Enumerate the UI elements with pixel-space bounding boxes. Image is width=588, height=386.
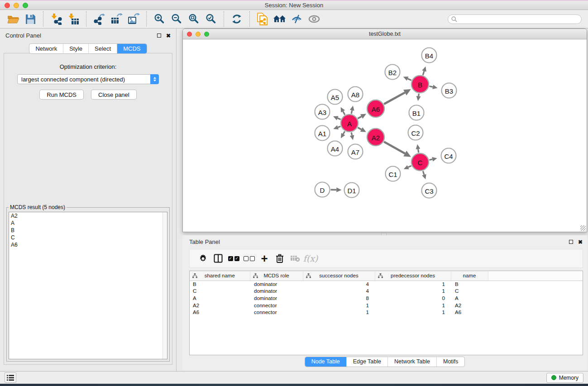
table-cell[interactable]: 1 [375,302,451,309]
open-session-button[interactable] [5,11,22,27]
graph-edge-A-A1[interactable] [338,126,340,127]
graph-edge-B-B2[interactable] [407,79,411,81]
graph-node-d1[interactable]: D1 [344,183,359,198]
gear-button[interactable] [195,251,210,266]
tab-motifs[interactable]: Motifs [437,357,464,367]
graph-edge-B-B4[interactable] [423,71,424,75]
graph-edge-A6-B[interactable] [384,92,405,104]
graph-edge-C-C1[interactable] [408,166,411,167]
table-cell[interactable]: 1 [375,281,451,288]
graph-node-a7[interactable]: A7 [348,144,363,159]
zoom-selected-button[interactable] [202,11,220,27]
table-cell[interactable]: 8 [303,295,375,302]
zoom-window-button[interactable] [23,3,28,8]
column-layout-button[interactable] [210,251,226,266]
run-mcds-button[interactable]: Run MCDS [39,90,84,100]
table-cell[interactable]: A2 [190,302,250,309]
result-item-a6[interactable]: A6 [9,241,167,248]
export-network-button[interactable] [91,11,108,27]
tab-mcds[interactable]: MCDS [117,44,146,53]
zoom-network-window-button[interactable] [204,32,209,37]
network-window[interactable]: testGlobe.txt B4B2BB3A8A5A6A3B1AC2A1A2A4… [182,29,587,232]
graph-edge-A-A6[interactable] [358,116,361,119]
graph-node-c3[interactable]: C3 [422,183,437,198]
network-window-titlebar[interactable]: testGlobe.txt [183,29,587,39]
table-row-a6[interactable]: A6connector11A6 [190,309,583,316]
graph-node-b1[interactable]: B1 [409,105,424,120]
table-cell[interactable]: connector [250,302,303,309]
graph-node-c1[interactable]: C1 [386,167,401,181]
tab-edge-table[interactable]: Edge Table [347,357,388,367]
table-row-a2[interactable]: A2connector11A2 [190,302,583,309]
tab-network[interactable]: Network [29,44,63,53]
table-cell[interactable]: dominator [250,295,303,302]
result-list-scrollbar[interactable] [163,212,167,359]
table-cell[interactable]: 4 [303,281,375,288]
graph-node-a4[interactable]: A4 [328,141,343,156]
memory-button[interactable]: Memory [546,373,583,383]
column-header-predecessor-nodes[interactable]: predecessor nodes [375,271,451,281]
hide-details-button[interactable] [288,11,306,27]
table-cell[interactable]: 1 [303,309,375,316]
table-cell[interactable]: C [451,288,488,295]
graph-edge-A2-C[interactable] [384,142,405,153]
graph-edge-A-A3[interactable] [338,118,341,119]
graph-edge-C-C4[interactable] [429,159,432,160]
import-table-button[interactable] [65,11,82,27]
table-cell[interactable]: A6 [190,309,250,316]
result-item-c[interactable]: C [9,234,167,241]
search-input[interactable] [448,14,582,24]
export-image-button[interactable] [125,11,142,27]
zoom-out-button[interactable] [168,11,185,27]
table-cell[interactable]: 0 [375,295,451,302]
import-network-button[interactable] [48,11,65,27]
zoom-fit-button[interactable] [185,11,202,27]
graph-node-a3[interactable]: A3 [315,105,330,119]
export-table-button[interactable] [108,11,125,27]
tab-node-table[interactable]: Node Table [305,357,347,367]
new-session-button[interactable] [254,11,271,27]
table-row-b[interactable]: Bdominator41B [190,281,583,288]
table-cell[interactable]: A6 [451,309,488,316]
table-cell[interactable]: B [451,281,488,288]
graph-node-c[interactable]: C [411,153,429,171]
criterion-dropdown[interactable]: largest connected component (directed) [17,74,159,84]
graph-edge-A-A4[interactable] [343,131,344,134]
table-row-c[interactable]: Cdominator41C [190,288,583,295]
graph-node-b3[interactable]: B3 [442,83,457,98]
graph-node-c4[interactable]: C4 [441,148,456,163]
table-cell[interactable]: C [190,288,250,295]
float-panel-icon[interactable] [157,33,161,38]
graph-node-b2[interactable]: B2 [385,65,400,80]
table-cell[interactable]: A [190,295,250,302]
column-header-name[interactable]: name [451,271,488,281]
graph-node-a[interactable]: A [341,114,358,132]
close-window-button[interactable] [5,3,10,8]
tab-select[interactable]: Select [89,44,117,53]
graph-edge-B-B1[interactable] [419,94,419,96]
result-item-a[interactable]: A [9,219,167,227]
graph-node-b4[interactable]: B4 [422,48,437,63]
column-header-mcds-role[interactable]: MCDS role [250,271,303,281]
task-history-button[interactable] [5,372,16,383]
table-cell[interactable]: A [451,295,488,302]
close-panel-icon[interactable]: ✖ [166,33,171,38]
result-item-b[interactable]: B [9,227,167,234]
graph-edge-A-A2[interactable] [358,128,362,129]
column-header-shared-name[interactable]: shared name [190,271,250,281]
table-cell[interactable]: dominator [250,281,303,288]
graph-node-c2[interactable]: C2 [408,125,423,140]
graph-node-a5[interactable]: A5 [328,90,343,105]
result-item-a2[interactable]: A2 [9,212,167,219]
table-cell[interactable]: connector [250,309,303,316]
close-panel-button[interactable]: Close panel [91,90,137,100]
close-network-window-button[interactable] [187,32,192,37]
table-cell[interactable]: A2 [451,302,488,309]
table-cell[interactable]: dominator [250,288,303,295]
graph-node-a2[interactable]: A2 [367,129,384,146]
minimize-window-button[interactable] [14,3,19,8]
tab-network-table[interactable]: Network Table [388,357,437,367]
graph-node-b[interactable]: B [411,76,429,93]
table-row-a[interactable]: Adominator80A [190,295,583,302]
graph-edge-A-A7[interactable] [351,133,352,136]
